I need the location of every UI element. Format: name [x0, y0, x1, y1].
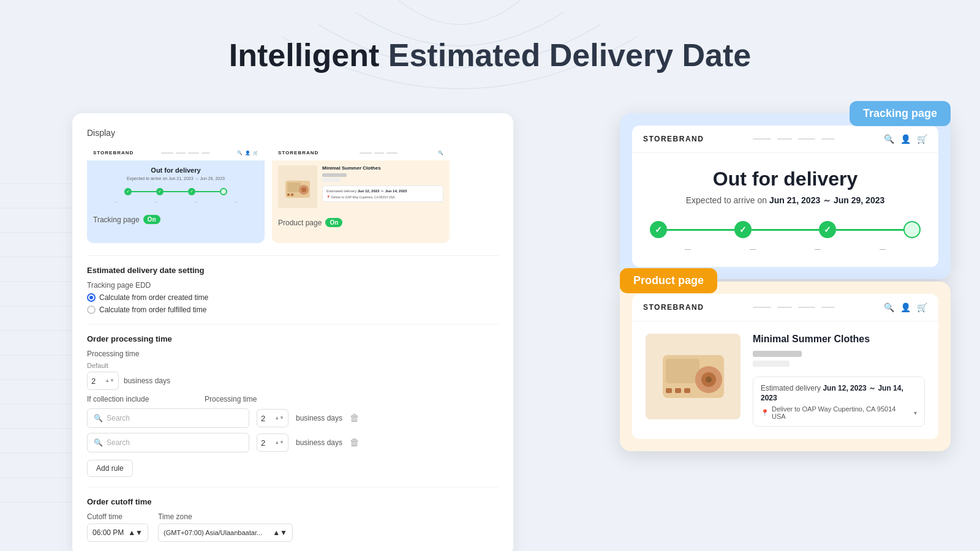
radio-created[interactable]: [87, 293, 96, 302]
arrows-2[interactable]: ▲▼: [274, 440, 284, 445]
radio-fulfilled[interactable]: [87, 305, 96, 314]
radio-label-fulfilled: Calculate from order fulfilled time: [99, 305, 206, 314]
svg-rect-27: [684, 388, 690, 393]
cutoff-row: Cutoff time 06:00 PM ▲▼ Time zone (GMT+0…: [87, 512, 499, 542]
product-store-nav: [753, 307, 835, 308]
business-days-unit: business days: [124, 377, 170, 385]
divider2: [87, 324, 499, 324]
mini-nav-product: [360, 152, 398, 154]
search-icon-1: 🔍: [94, 414, 103, 422]
unit-1: business days: [296, 414, 342, 422]
mini-tracking-title: Out for delivery: [96, 167, 256, 174]
nav-line: [360, 152, 372, 154]
tracking-badge-label: Tracking page: [93, 216, 140, 224]
nav-line: [798, 138, 815, 140]
product-title: Minimal Summer Clothes: [753, 334, 925, 345]
tracking-inner: STOREBRAND 🔍 👤 🛒 Out for delivery Expect…: [632, 126, 938, 267]
price-bar1: [753, 351, 802, 357]
pin-icon: 📍: [326, 195, 330, 199]
timezone-input[interactable]: (GMT+07:00) Asia/Ulaanbaatar... ▲▼: [158, 523, 293, 542]
product-badge-on: On: [325, 218, 342, 227]
nav-line: [798, 307, 815, 308]
collection-search-2[interactable]: 🔍 Search: [87, 433, 249, 452]
search-icon: 🔍: [438, 151, 443, 156]
rule-row-1: 🔍 Search 2 ▲▼ business days 🗑: [87, 408, 499, 428]
mini-delivery-box: Estimated delivery Jun 12, 2023 ～ Jun 14…: [322, 186, 443, 202]
nav-line: [821, 307, 835, 308]
tz-arrows[interactable]: ▲▼: [273, 528, 287, 537]
mini-tracking-content: Out for delivery Expected to arrive on J…: [87, 160, 265, 210]
tracking-store-header: STOREBRAND 🔍 👤 🛒: [632, 126, 938, 153]
mini-product-title: Minimal Summer Clothes: [322, 165, 443, 171]
mini-product-info: Minimal Summer Clothes Estimated deliver…: [322, 165, 443, 208]
search-placeholder-1: Search: [107, 414, 130, 422]
svg-rect-15: [287, 182, 301, 192]
step4-check: [220, 188, 227, 195]
tracking-page-edd-label: Tracking page EDD: [87, 281, 499, 290]
page-title-rest: Estimated Delivery Date: [379, 37, 751, 73]
mini-store-header-product: STOREBRAND 🔍: [272, 145, 450, 160]
delete-rule-1[interactable]: 🗑: [350, 413, 360, 424]
price-bar2: [753, 361, 790, 367]
tracking-store-logo: STOREBRAND: [643, 135, 704, 143]
delete-rule-2[interactable]: 🗑: [350, 437, 360, 448]
cutoff-time-label: Cutoff time: [87, 512, 148, 521]
product-popup-label: Product page: [620, 268, 717, 293]
tracking-subtitle: Expected to arrive on Jun 21, 2023 ～ Jun…: [649, 195, 921, 206]
step2: ✓: [734, 221, 752, 238]
product-store-logo: STOREBRAND: [643, 303, 704, 312]
settings-card: Display STOREBRAND 🔍 👤 🛒 Out for del: [72, 113, 513, 551]
nav-line: [753, 307, 771, 308]
pline1: [667, 229, 734, 231]
mini-product-img: [278, 165, 317, 208]
divider1: [87, 255, 499, 256]
processing-section-title: Order processing time: [87, 334, 499, 343]
collection-search-1[interactable]: 🔍 Search: [87, 408, 249, 428]
tracking-store-nav: [753, 138, 835, 140]
pline2: [752, 229, 819, 231]
cart-icon: 🛒: [917, 134, 927, 144]
cutoff-time-input[interactable]: 06:00 PM ▲▼: [87, 523, 148, 542]
step-labels: — — — —: [96, 200, 256, 204]
processing-days-input-1[interactable]: 2 ▲▼: [257, 409, 288, 427]
tracking-badge-on: On: [143, 215, 160, 224]
mini-logo-product: STOREBRAND: [278, 150, 318, 156]
mini-tracking-sub: Expected to arrive on Jun 21, 2023 ～ Jun…: [96, 176, 256, 182]
mini-icons-product: 🔍: [438, 151, 443, 156]
processing-days-input-2[interactable]: 2 ▲▼: [257, 433, 288, 452]
progress-bar: ✓ ✓ ✓: [649, 221, 921, 238]
page-title: Intelligent Estimated Delivery Date: [229, 37, 752, 73]
cutoff-time-col: Cutoff time 06:00 PM ▲▼: [87, 512, 148, 542]
user-icon: 👤: [900, 302, 911, 312]
number-arrows[interactable]: ▲▼: [105, 378, 115, 383]
dropdown-arrow[interactable]: ▾: [914, 410, 917, 416]
nav-line: [176, 152, 186, 154]
delivery-loc-row: 📍 Deliver to OAP Way Cupertino, CA 95014…: [761, 405, 917, 420]
default-days-input[interactable]: 2 ▲▼: [87, 372, 119, 390]
cutoff-section-title: Order cutoff time: [87, 497, 499, 506]
search-icon: 🔍: [237, 151, 243, 156]
svg-rect-26: [675, 388, 681, 393]
tracking-page-popup: Tracking page STOREBRAND 🔍 👤 🛒 Out for d…: [620, 113, 951, 279]
divider3: [87, 487, 499, 487]
search-icon: 🔍: [884, 134, 894, 144]
edd-section-title: Estimated delivery date setting: [87, 266, 499, 275]
nav-line: [777, 307, 792, 308]
collection-header-row: If collection include Processing time: [87, 395, 499, 403]
product-page-popup: Product page STOREBRAND 🔍 👤 🛒: [620, 282, 951, 451]
mini-progress-bar: ✓ ✓ ✓: [96, 188, 256, 195]
progress-line1: [132, 191, 156, 192]
nav-line: [202, 152, 210, 154]
radio-product-illustration: [657, 343, 730, 410]
progress-line3: [195, 191, 220, 192]
default-label: Default: [87, 362, 499, 369]
arrows-1[interactable]: ▲▼: [274, 416, 284, 421]
time-arrows[interactable]: ▲▼: [128, 528, 143, 537]
search-icon-2: 🔍: [94, 438, 103, 447]
delivery-info-text: Estimated delivery Jun 12, 2023 ～ Jun 14…: [761, 383, 917, 402]
radio-row-1: Calculate from order created time: [87, 293, 499, 302]
add-rule-button[interactable]: Add rule: [87, 460, 133, 477]
product-store-header: STOREBRAND 🔍 👤 🛒: [632, 294, 938, 321]
step3: ✓: [819, 221, 836, 238]
timezone-col: Time zone (GMT+07:00) Asia/Ulaanbaatar..…: [158, 512, 293, 542]
